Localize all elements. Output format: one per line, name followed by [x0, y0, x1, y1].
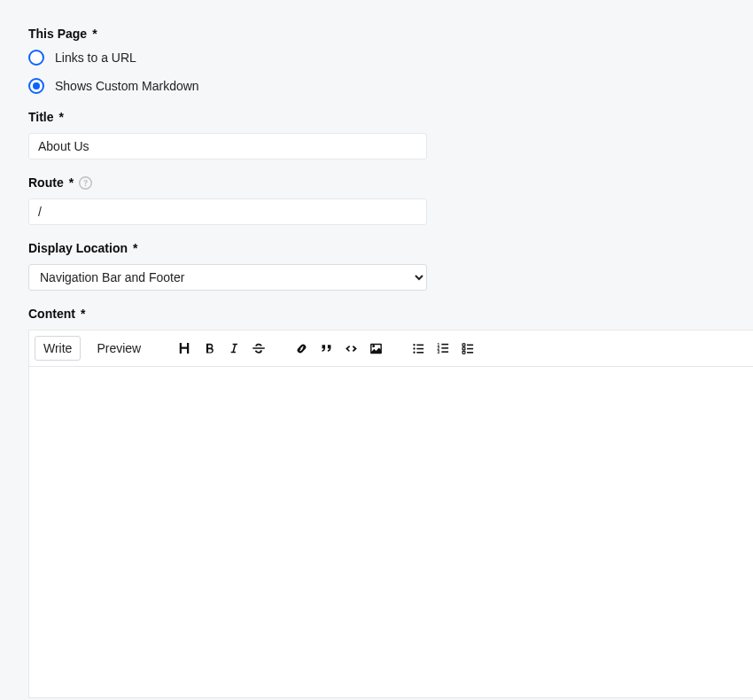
title-label-text: Title: [28, 110, 54, 124]
help-icon[interactable]: [79, 176, 92, 190]
italic-icon[interactable]: [226, 340, 242, 356]
svg-rect-13: [462, 347, 465, 350]
display-location-label-text: Display Location: [28, 241, 128, 255]
toolbar-list-group: 123: [410, 340, 476, 356]
svg-rect-16: [467, 347, 473, 349]
content-required: *: [81, 307, 85, 321]
radio-links-to-url[interactable]: Links to a URL: [28, 50, 725, 66]
route-label-text: Route: [28, 175, 64, 190]
strikethrough-icon[interactable]: [251, 340, 267, 356]
title-label: Title *: [28, 110, 725, 124]
ordered-list-icon[interactable]: 123: [435, 340, 451, 356]
toolbar-insert-group: [293, 340, 384, 356]
content-label-text: Content: [28, 307, 75, 321]
title-group: Title *: [28, 110, 725, 159]
svg-text:3: 3: [437, 350, 439, 354]
code-icon[interactable]: [343, 340, 359, 356]
title-required: *: [59, 110, 64, 124]
this-page-group: This Page * Links to a URL Shows Custom …: [28, 27, 725, 94]
route-group: Route *: [28, 175, 725, 225]
svg-rect-11: [441, 351, 448, 353]
display-location-select[interactable]: Navigation Bar and Footer: [28, 264, 427, 291]
image-icon[interactable]: [368, 340, 384, 356]
svg-rect-14: [462, 351, 465, 354]
svg-rect-5: [416, 352, 423, 354]
title-input[interactable]: [28, 133, 427, 159]
svg-rect-4: [416, 347, 423, 349]
route-required: *: [69, 175, 74, 190]
svg-point-2: [413, 351, 415, 353]
editor-toolbar: Write Preview: [29, 331, 753, 367]
this-page-label-text: This Page: [28, 27, 87, 41]
link-icon[interactable]: [293, 340, 309, 356]
quote-icon[interactable]: [318, 340, 334, 356]
bold-icon[interactable]: [201, 340, 217, 356]
svg-rect-15: [467, 344, 473, 346]
route-input[interactable]: [28, 198, 427, 225]
this-page-required: *: [92, 27, 97, 41]
this-page-label: This Page *: [28, 27, 725, 41]
display-location-required: *: [133, 241, 137, 255]
svg-point-1: [413, 347, 415, 349]
this-page-options: Links to a URL Shows Custom Markdown: [28, 50, 725, 94]
heading-icon[interactable]: [176, 340, 192, 356]
radio-links-to-url-label: Links to a URL: [55, 51, 136, 65]
toolbar-text-group: [176, 340, 267, 356]
svg-rect-10: [441, 347, 448, 349]
radio-shows-custom-markdown[interactable]: Shows Custom Markdown: [28, 78, 725, 94]
svg-rect-3: [416, 344, 423, 346]
display-location-group: Display Location * Navigation Bar and Fo…: [28, 241, 725, 291]
svg-rect-12: [462, 343, 465, 346]
radio-shows-custom-markdown-label: Shows Custom Markdown: [55, 79, 199, 93]
svg-rect-9: [441, 343, 448, 345]
tab-write[interactable]: Write: [35, 336, 81, 361]
markdown-editor: Write Preview: [28, 330, 753, 698]
content-label: Content *: [28, 307, 725, 321]
unordered-list-icon[interactable]: [410, 340, 426, 356]
content-group: Content * Write Preview: [28, 307, 725, 698]
display-location-label: Display Location *: [28, 241, 725, 255]
tab-preview[interactable]: Preview: [88, 336, 150, 361]
route-label: Route *: [28, 175, 725, 190]
svg-point-0: [413, 344, 415, 346]
radio-icon-checked: [28, 78, 44, 94]
radio-icon-unchecked: [28, 50, 44, 66]
content-textarea[interactable]: [29, 367, 753, 695]
svg-rect-17: [467, 352, 473, 354]
task-list-icon[interactable]: [460, 340, 476, 356]
